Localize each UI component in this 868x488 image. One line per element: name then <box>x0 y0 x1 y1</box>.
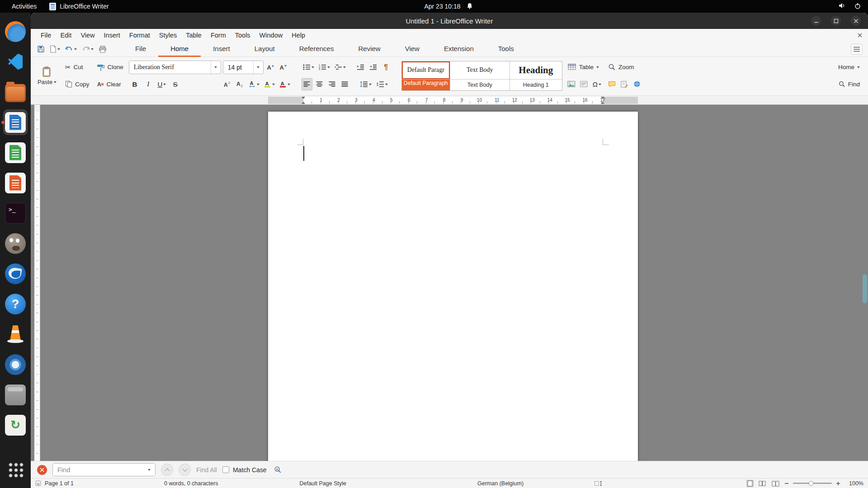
focused-app-menu[interactable]: LibreOffice Writer <box>49 3 108 10</box>
insert-text-box-button[interactable] <box>579 78 590 90</box>
justify-button[interactable] <box>340 78 350 90</box>
highlight-color-button[interactable]: A <box>263 78 276 90</box>
formatting-marks-button[interactable]: ¶ <box>381 61 392 73</box>
new-document-button[interactable] <box>49 44 61 54</box>
zoom-button[interactable]: Zoom <box>606 62 636 72</box>
scrollbar-thumb[interactable] <box>863 274 867 303</box>
align-right-button[interactable] <box>327 78 338 90</box>
save-status-icon[interactable] <box>35 480 41 486</box>
dock-terminal[interactable] <box>1 198 29 228</box>
insert-comment-button[interactable] <box>606 78 617 90</box>
zoom-in-button[interactable] <box>836 481 840 486</box>
menu-tools[interactable]: Tools <box>231 29 255 42</box>
dock-gimp[interactable] <box>1 228 29 258</box>
decrease-font-size-button[interactable]: A <box>278 61 289 73</box>
font-size-select[interactable]: 14 pt <box>223 61 264 74</box>
style-heading-1[interactable]: Heading Heading 1 <box>509 61 562 90</box>
menu-window[interactable]: Window <box>255 29 288 42</box>
tab-references[interactable]: References <box>287 42 346 57</box>
dock-calc[interactable] <box>1 137 29 168</box>
find-and-replace-button[interactable]: A <box>274 466 283 474</box>
menu-insert[interactable]: Insert <box>99 29 125 42</box>
bullet-list-button[interactable] <box>302 61 316 73</box>
menu-format[interactable]: Format <box>125 29 155 42</box>
redo-button[interactable] <box>81 45 94 53</box>
tab-review[interactable]: Review <box>346 42 392 57</box>
dock-recycle[interactable] <box>1 410 29 440</box>
menu-edit[interactable]: Edit <box>56 29 76 42</box>
find-previous-button[interactable] <box>161 464 173 476</box>
find-all-button[interactable]: Find All <box>196 466 217 474</box>
show-applications-button[interactable] <box>1 454 29 484</box>
word-count[interactable]: 0 words, 0 characters <box>164 480 218 487</box>
track-changes-button[interactable] <box>619 78 630 90</box>
menu-styles[interactable]: Styles <box>155 29 182 42</box>
dock-firefox[interactable] <box>1 16 29 47</box>
font-name-dropdown[interactable] <box>211 61 221 74</box>
menu-file[interactable]: File <box>36 29 56 42</box>
zoom-slider[interactable] <box>793 483 832 484</box>
align-center-button[interactable] <box>314 78 325 90</box>
find-input[interactable] <box>53 464 143 476</box>
close-find-bar-button[interactable] <box>37 465 47 475</box>
tab-home[interactable]: Home <box>158 42 201 57</box>
print-button[interactable] <box>98 45 108 54</box>
dock-thunderbird[interactable] <box>1 258 29 289</box>
save-button[interactable] <box>36 44 46 54</box>
page-count[interactable]: Page 1 of 1 <box>45 480 74 487</box>
right-indent-marker[interactable] <box>601 100 604 104</box>
dock-vlc[interactable] <box>1 319 29 349</box>
selection-mode[interactable] <box>594 481 602 486</box>
dock-impress[interactable] <box>1 168 29 198</box>
tab-insert[interactable]: Insert <box>201 42 242 57</box>
menubar-toggle-button[interactable] <box>851 44 863 55</box>
font-color-button[interactable]: A <box>278 78 292 90</box>
find-next-button[interactable] <box>179 464 191 476</box>
character-spacing-button[interactable]: A <box>247 78 261 90</box>
numbered-list-button[interactable]: 1.2.3. <box>317 61 331 73</box>
dock-archive[interactable] <box>1 380 29 410</box>
increase-font-size-button[interactable]: A <box>265 61 276 73</box>
special-character-button[interactable]: Ω <box>591 78 603 90</box>
book-view-button[interactable] <box>771 480 780 487</box>
multi-page-view-button[interactable] <box>758 480 767 487</box>
clone-formatting-button[interactable]: Clone <box>95 63 125 72</box>
insert-hyperlink-button[interactable] <box>632 78 642 90</box>
line-spacing-button[interactable] <box>359 78 373 90</box>
single-page-view-button[interactable] <box>746 480 754 487</box>
text-language[interactable]: German (Belgium) <box>477 480 524 487</box>
zoom-level[interactable]: 100% <box>844 480 863 487</box>
decrease-indent-button[interactable] <box>368 61 379 73</box>
dock-help[interactable] <box>1 289 29 319</box>
match-case-checkbox[interactable] <box>222 466 229 473</box>
horizontal-ruler[interactable]: 1234567891011121314151617 <box>31 96 868 105</box>
table-button[interactable]: Table <box>566 63 601 71</box>
tab-extension[interactable]: Extension <box>432 42 486 57</box>
clock-menu[interactable]: Apr 23 10:18 <box>424 0 472 13</box>
menu-table[interactable]: Table <box>181 29 206 42</box>
close-button[interactable] <box>851 16 861 26</box>
zoom-out-button[interactable] <box>784 481 789 486</box>
vertical-scrollbar[interactable] <box>863 105 867 461</box>
align-left-button[interactable] <box>302 78 312 90</box>
outline-list-button[interactable] <box>333 61 347 73</box>
tab-layout[interactable]: Layout <box>242 42 287 57</box>
undo-button[interactable] <box>64 45 78 53</box>
zoom-slider-thumb[interactable] <box>808 481 813 486</box>
font-size-dropdown[interactable] <box>253 61 263 74</box>
cut-button[interactable]: Cut <box>63 62 85 72</box>
menu-view[interactable]: View <box>76 29 99 42</box>
dock-vscode[interactable] <box>1 47 29 77</box>
home-menu-button[interactable]: Home <box>836 63 862 71</box>
paragraph-spacing-button[interactable] <box>375 78 389 90</box>
tab-tools[interactable]: Tools <box>486 42 526 57</box>
dock-chromium[interactable] <box>1 349 29 380</box>
tab-view[interactable]: View <box>393 42 432 57</box>
menu-help[interactable]: Help <box>287 29 310 42</box>
superscript-button[interactable]: A2 <box>222 78 233 90</box>
dock-writer[interactable] <box>1 107 29 137</box>
vertical-ruler[interactable] <box>34 105 40 461</box>
close-document-button[interactable] <box>857 33 863 38</box>
left-indent-marker[interactable] <box>302 100 305 104</box>
system-status-area[interactable] <box>839 3 868 10</box>
